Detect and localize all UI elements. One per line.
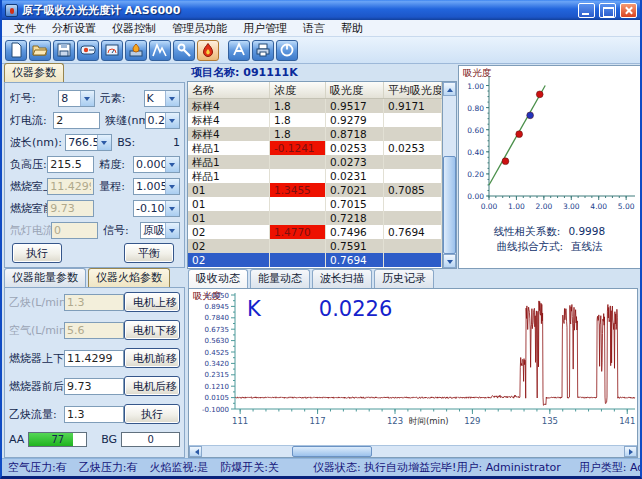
printer-button[interactable]: [252, 40, 274, 61]
wrench-icon: [176, 42, 192, 58]
menu-item[interactable]: 分析设置: [44, 20, 104, 37]
range-select[interactable]: 1.0050: [133, 178, 180, 195]
lamp-current-input[interactable]: [53, 112, 100, 129]
minimize-button[interactable]: [578, 3, 595, 18]
new-file-button[interactable]: [5, 40, 27, 61]
svg-text:0.3420: 0.3420: [205, 360, 230, 368]
open-folder-button[interactable]: [29, 40, 51, 61]
table-cell: [384, 113, 442, 127]
svg-text:0.00: 0.00: [467, 192, 484, 201]
motor-down-button[interactable]: 电机下移: [124, 320, 180, 340]
table-row[interactable]: 020.7591: [188, 239, 442, 253]
tab-dynamics-0[interactable]: 吸收动态: [188, 269, 248, 288]
precision-select[interactable]: 0.0000: [133, 156, 180, 173]
tab-flame-0[interactable]: 仪器能量参数: [4, 268, 86, 287]
menu-item[interactable]: 帮助: [333, 20, 371, 37]
column-header[interactable]: 平均吸光度: [384, 82, 442, 98]
flame-monitor-status: 火焰监视:是: [149, 460, 208, 475]
svg-text:0.2315: 0.2315: [205, 371, 230, 379]
lamp-no-select[interactable]: 8: [58, 90, 95, 107]
motor-back-button[interactable]: 电机后移: [124, 376, 180, 396]
table-row[interactable]: 标样41.80.95170.9171: [188, 99, 442, 113]
execute-button[interactable]: 执行: [12, 243, 62, 263]
chevron-down-icon[interactable]: [97, 135, 111, 150]
slit-select[interactable]: 0.2: [145, 112, 181, 129]
gauge-button[interactable]: [101, 40, 123, 61]
table-row[interactable]: 标样41.80.8718: [188, 127, 442, 141]
table-row[interactable]: 020.7694: [188, 253, 442, 267]
tab-dynamics-2[interactable]: 波长扫描: [312, 269, 372, 288]
table-cell: 02: [188, 225, 270, 239]
lamp-button[interactable]: [77, 40, 99, 61]
menu-item[interactable]: 语言: [295, 20, 333, 37]
autozero-button[interactable]: [228, 40, 250, 61]
save-disk-button[interactable]: [53, 40, 75, 61]
table-row[interactable]: 011.34550.70210.7085: [188, 183, 442, 197]
maximize-button[interactable]: [599, 3, 616, 18]
table-row[interactable]: 样品1-0.12410.02530.0253: [188, 141, 442, 155]
table-row[interactable]: 021.47700.74960.7694: [188, 225, 442, 239]
table-cell: 标样4: [188, 99, 270, 113]
scroll-down-icon[interactable]: [443, 254, 456, 268]
hscroll-thumb[interactable]: [292, 446, 372, 457]
svg-text:117: 117: [309, 416, 325, 426]
menu-item[interactable]: 用户管理: [235, 20, 295, 37]
tab-dynamics-1[interactable]: 能量动态: [250, 269, 310, 288]
menu-item[interactable]: 管理员功能: [164, 20, 235, 37]
column-header[interactable]: 名称: [188, 82, 270, 98]
chevron-down-icon[interactable]: [165, 223, 179, 238]
tab-dynamics-3[interactable]: 历史记录: [374, 269, 434, 288]
scroll-up-icon[interactable]: [443, 82, 456, 96]
table-cell: [384, 211, 442, 225]
scroll-thumb[interactable]: [443, 156, 456, 254]
element-select[interactable]: K: [144, 90, 181, 107]
signal-select[interactable]: 原吸: [140, 222, 180, 239]
peak-button[interactable]: [149, 40, 171, 61]
chevron-down-icon[interactable]: [165, 157, 179, 172]
neg-hv-input[interactable]: [47, 156, 94, 173]
offset-select[interactable]: -0.1000: [133, 200, 180, 217]
close-button[interactable]: [620, 3, 637, 18]
wrench-button[interactable]: [173, 40, 195, 61]
balance-button[interactable]: 平衡: [124, 243, 174, 263]
table-row[interactable]: 010.7218: [188, 211, 442, 225]
svg-text:1.00: 1.00: [467, 82, 484, 91]
column-header[interactable]: 吸光度: [326, 82, 384, 98]
menu-item[interactable]: 仪器控制: [104, 20, 164, 37]
power-button[interactable]: [276, 40, 298, 61]
table-row[interactable]: 010.7015: [188, 197, 442, 211]
scroll-left-icon[interactable]: [189, 446, 202, 457]
burner-frontback-label: 燃烧室前后:: [10, 201, 47, 216]
tab-flame-1[interactable]: 仪器火焰参数: [88, 268, 170, 287]
tab-instrument-params[interactable]: 仪器参数: [4, 63, 64, 82]
motor-up-button[interactable]: 电机上移: [124, 292, 180, 312]
table-row[interactable]: 样品10.0231: [188, 169, 442, 183]
chevron-down-icon[interactable]: [165, 91, 179, 106]
chevron-down-icon[interactable]: [80, 91, 94, 106]
menu-item[interactable]: 文件: [6, 20, 44, 37]
flame-button[interactable]: [197, 40, 219, 61]
table-row[interactable]: 样品10.0273: [188, 155, 442, 169]
table-cell: [384, 239, 442, 253]
svg-text:0.8945: 0.8945: [205, 303, 230, 311]
time-scrollbar[interactable]: [189, 445, 637, 457]
burner-ud-input[interactable]: [64, 350, 124, 367]
gauge-icon: [104, 42, 120, 58]
scroll-right-icon[interactable]: [624, 446, 637, 457]
burner-fb-input[interactable]: [64, 378, 124, 395]
flame-execute-button[interactable]: 执行: [124, 404, 180, 424]
chevron-down-icon[interactable]: [165, 113, 179, 128]
column-header[interactable]: 浓度: [270, 82, 326, 98]
table-row[interactable]: 标样41.80.9279: [188, 113, 442, 127]
burner-button[interactable]: [125, 40, 147, 61]
chevron-down-icon[interactable]: [165, 179, 179, 194]
motor-forward-button[interactable]: 电机前移: [124, 348, 180, 368]
new-file-icon: [8, 42, 24, 58]
burner-ud-label: 燃烧器上下:: [9, 351, 64, 366]
user-label: 用户:: [457, 461, 483, 474]
chevron-down-icon[interactable]: [165, 201, 179, 216]
c2h2-flow-input[interactable]: [64, 406, 124, 423]
table-scrollbar[interactable]: [442, 82, 456, 268]
table-cell: [384, 253, 442, 267]
wavelength-select[interactable]: 766.5: [65, 134, 112, 151]
